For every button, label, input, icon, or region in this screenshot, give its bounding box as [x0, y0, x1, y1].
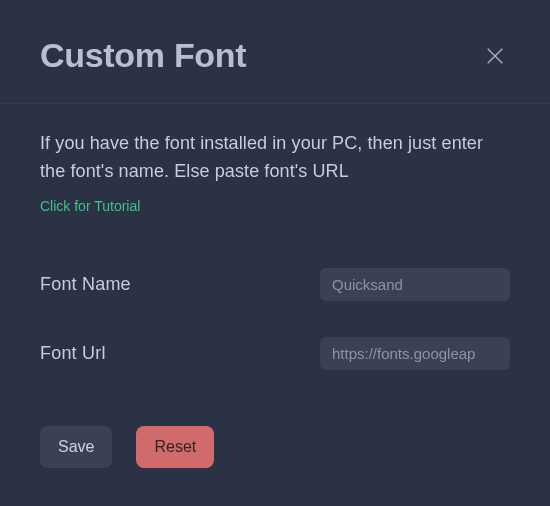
close-button[interactable]	[480, 41, 510, 71]
save-button[interactable]: Save	[40, 426, 112, 468]
dialog-description: If you have the font installed in your P…	[40, 130, 510, 186]
dialog-header: Custom Font	[0, 0, 550, 104]
custom-font-dialog: Custom Font If you have the font install…	[0, 0, 550, 506]
close-icon	[484, 45, 506, 67]
form: Font Name Font Url	[40, 268, 510, 370]
dialog-body: If you have the font installed in your P…	[0, 104, 550, 506]
dialog-title: Custom Font	[40, 36, 246, 75]
reset-button[interactable]: Reset	[136, 426, 214, 468]
font-url-row: Font Url	[40, 337, 510, 370]
font-url-input[interactable]	[320, 337, 510, 370]
dialog-actions: Save Reset	[40, 426, 510, 468]
font-name-input[interactable]	[320, 268, 510, 301]
font-url-label: Font Url	[40, 343, 106, 364]
font-name-label: Font Name	[40, 274, 131, 295]
tutorial-link[interactable]: Click for Tutorial	[40, 198, 510, 214]
font-name-row: Font Name	[40, 268, 510, 301]
